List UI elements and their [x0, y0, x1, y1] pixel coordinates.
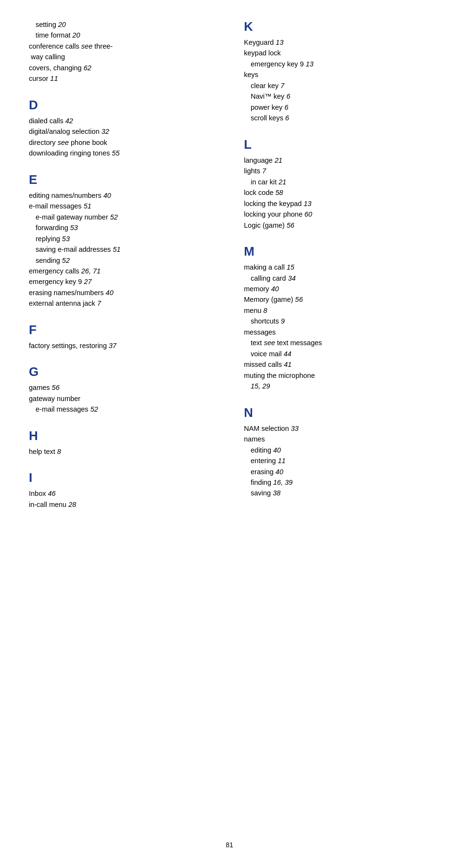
- list-item: dialed calls 42: [29, 116, 215, 126]
- list-item: in car kit 21: [244, 177, 430, 187]
- list-item: erasing 40: [244, 466, 430, 477]
- list-item: games 56: [29, 382, 215, 393]
- list-item: missed calls 41: [244, 359, 430, 370]
- list-item: time format 20: [29, 30, 215, 40]
- list-item: keypad lock: [244, 48, 430, 58]
- list-item: gateway number: [29, 393, 215, 404]
- section-l: L language 21 lights 7 in car kit 21 loc…: [244, 137, 430, 231]
- section-letter-g: G: [29, 364, 215, 379]
- list-item: locking your phone 60: [244, 209, 430, 220]
- list-item: lock code 58: [244, 187, 430, 198]
- list-item: entering 11: [244, 455, 430, 466]
- right-column: K Keyguard 13 keypad lock emergency key …: [230, 19, 430, 523]
- list-item: Keyguard 13: [244, 37, 430, 48]
- section-letter-d: D: [29, 98, 215, 113]
- list-item: Navi™ key 6: [244, 91, 430, 102]
- list-item: locking the keypad 13: [244, 198, 430, 209]
- list-item: finding 16, 39: [244, 477, 430, 488]
- section-letter-k: K: [244, 19, 430, 34]
- section-letter-e: E: [29, 172, 215, 187]
- list-item: in-call menu 28: [29, 499, 215, 510]
- list-item: help text 8: [29, 446, 215, 457]
- list-item: emergency key 9 27: [29, 276, 215, 287]
- intro-section: setting 20 time format 20 conference cal…: [29, 19, 215, 84]
- list-item: directory see phone book: [29, 137, 215, 148]
- list-item: emergency calls 26, 71: [29, 266, 215, 276]
- list-item: saving e-mail addresses 51: [29, 244, 215, 255]
- list-item: cursor 11: [29, 73, 215, 84]
- section-e: E editing names/numbers 40 e-mail messag…: [29, 172, 215, 309]
- list-item: e-mail messages 51: [29, 201, 215, 211]
- list-item: replying 53: [29, 233, 215, 244]
- section-n: N NAM selection 33 names editing 40 ente…: [244, 405, 430, 499]
- section-m: M making a call 15 calling card 34 memor…: [244, 244, 430, 392]
- list-item: e-mail messages 52: [29, 404, 215, 415]
- page-number: 81: [0, 841, 459, 849]
- section-k: K Keyguard 13 keypad lock emergency key …: [244, 19, 430, 124]
- section-letter-l: L: [244, 137, 430, 152]
- list-item: Memory (game) 56: [244, 294, 430, 305]
- list-item: conference calls see three- way calling: [29, 41, 215, 63]
- list-item: keys: [244, 69, 430, 80]
- list-item: sending 52: [29, 255, 215, 266]
- section-i: I Inbox 46 in-call menu 28: [29, 470, 215, 510]
- list-item: 15, 29: [244, 381, 430, 391]
- list-item: erasing names/numbers 40: [29, 287, 215, 298]
- list-item: lights 7: [244, 166, 430, 176]
- list-item: voice mail 44: [244, 349, 430, 359]
- section-letter-h: H: [29, 428, 215, 443]
- list-item: editing names/numbers 40: [29, 190, 215, 201]
- section-d: D dialed calls 42 digital/analog selecti…: [29, 98, 215, 159]
- list-item: digital/analog selection 32: [29, 126, 215, 137]
- list-item: language 21: [244, 155, 430, 166]
- list-item: setting 20: [29, 19, 215, 30]
- section-letter-m: M: [244, 244, 430, 259]
- list-item: editing 40: [244, 445, 430, 455]
- list-item: text see text messages: [244, 337, 430, 348]
- list-item: external antenna jack 7: [29, 298, 215, 309]
- list-item: covers, changing 62: [29, 63, 215, 73]
- list-item: saving 38: [244, 488, 430, 498]
- section-g: G games 56 gateway number e-mail message…: [29, 364, 215, 415]
- list-item: NAM selection 33: [244, 423, 430, 434]
- list-item: messages: [244, 327, 430, 337]
- list-item: muting the microphone: [244, 370, 430, 381]
- left-column: setting 20 time format 20 conference cal…: [29, 19, 230, 523]
- section-letter-n: N: [244, 405, 430, 420]
- list-item: scroll keys 6: [244, 113, 430, 123]
- list-item: names: [244, 434, 430, 444]
- list-item: Inbox 46: [29, 488, 215, 499]
- list-item: forwarding 53: [29, 222, 215, 233]
- list-item: downloading ringing tones 55: [29, 148, 215, 158]
- list-item: clear key 7: [244, 80, 430, 91]
- list-item: shortcuts 9: [244, 316, 430, 326]
- list-item: power key 6: [244, 102, 430, 113]
- section-letter-f: F: [29, 323, 215, 337]
- section-f: F factory settings, restoring 37: [29, 323, 215, 351]
- list-item: calling card 34: [244, 273, 430, 284]
- list-item: memory 40: [244, 284, 430, 294]
- list-item: emergency key 9 13: [244, 59, 430, 69]
- list-item: Logic (game) 56: [244, 220, 430, 231]
- list-item: menu 8: [244, 305, 430, 316]
- list-item: factory settings, restoring 37: [29, 340, 215, 351]
- list-item: making a call 15: [244, 262, 430, 272]
- page-content: setting 20 time format 20 conference cal…: [0, 0, 459, 552]
- section-letter-i: I: [29, 470, 215, 485]
- section-h: H help text 8: [29, 428, 215, 457]
- list-item: e-mail gateway number 52: [29, 212, 215, 222]
